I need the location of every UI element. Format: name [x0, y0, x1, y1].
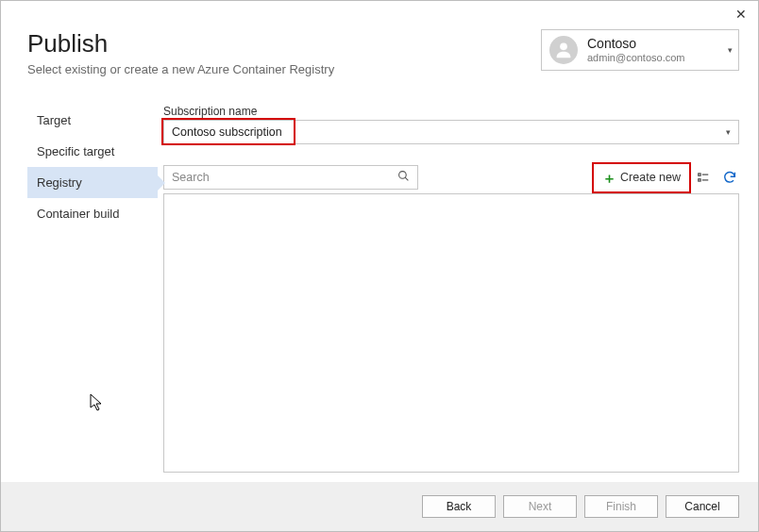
svg-point-0 — [560, 42, 567, 50]
svg-rect-3 — [699, 174, 700, 175]
body: Target Specific target Registry Containe… — [1, 76, 758, 482]
sidebar-item-target[interactable]: Target — [27, 105, 158, 136]
page-subtitle: Select existing or create a new Azure Co… — [27, 62, 334, 76]
next-button: Next — [503, 495, 577, 518]
refresh-button[interactable] — [720, 168, 739, 187]
plus-icon: ＋ — [602, 171, 616, 185]
svg-rect-5 — [699, 179, 700, 181]
svg-point-1 — [399, 172, 407, 179]
sidebar-item-registry[interactable]: Registry — [27, 167, 158, 198]
account-email: admin@contoso.com — [587, 52, 685, 64]
search-input[interactable]: Search — [163, 165, 418, 190]
create-new-button[interactable]: ＋ Create new — [597, 167, 686, 189]
create-new-label: Create new — [620, 171, 681, 184]
search-placeholder: Search — [172, 171, 210, 184]
view-options-button[interactable] — [694, 168, 713, 187]
content-pane: Subscription name Contoso subscription ▾… — [158, 105, 739, 473]
registry-results-list[interactable] — [163, 193, 739, 473]
search-icon — [397, 170, 410, 185]
wizard-steps: Target Specific target Registry Containe… — [27, 105, 158, 473]
close-icon[interactable]: ✕ — [735, 7, 747, 22]
cancel-button[interactable]: Cancel — [666, 495, 739, 518]
subscription-dropdown[interactable]: Contoso subscription ▾ — [163, 120, 739, 144]
subscription-label: Subscription name — [163, 105, 739, 118]
footer: Back Next Finish Cancel — [1, 482, 758, 531]
registry-toolbar: Search ＋ Create new — [163, 165, 739, 190]
account-name: Contoso — [587, 36, 685, 52]
page-title: Publish — [27, 29, 334, 58]
svg-line-2 — [405, 177, 408, 180]
chevron-down-icon: ▾ — [726, 127, 731, 137]
publish-dialog: ✕ Publish Select existing or create a ne… — [0, 0, 759, 532]
chevron-down-icon: ▾ — [728, 45, 733, 55]
avatar-icon — [549, 36, 578, 64]
subscription-value: Contoso subscription — [172, 125, 282, 139]
back-button[interactable]: Back — [422, 495, 496, 518]
account-picker[interactable]: Contoso admin@contoso.com ▾ — [541, 29, 739, 71]
finish-button: Finish — [584, 495, 658, 518]
header: Publish Select existing or create a new … — [1, 1, 758, 76]
sidebar-item-specific-target[interactable]: Specific target — [27, 136, 158, 167]
sidebar-item-container-build[interactable]: Container build — [27, 198, 158, 229]
